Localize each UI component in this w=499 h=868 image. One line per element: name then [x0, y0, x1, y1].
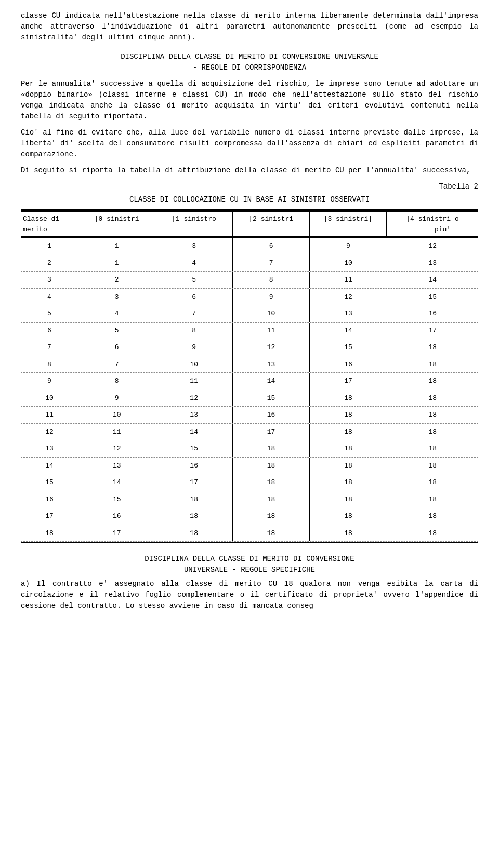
table-cell: 18	[387, 491, 478, 508]
table-row: 131215181818	[21, 440, 478, 458]
table-body: 1136912214710133258111443691215547101316…	[21, 238, 478, 542]
table-cell: 1	[21, 238, 78, 255]
table-cell: 15	[309, 339, 386, 356]
table-cell: 18	[309, 407, 386, 423]
table-cell: 13	[21, 440, 78, 457]
table-cell: 18	[21, 525, 78, 542]
table-cell: 14	[21, 458, 78, 474]
table-cell: 18	[155, 508, 232, 525]
table-cell: 1	[78, 238, 155, 255]
table-cell: 12	[387, 238, 478, 255]
intro-paragraph4: Di seguito si riporta la tabella di attr…	[21, 165, 478, 176]
table-cell: 11	[155, 373, 232, 390]
header-col-1: |1 sinistro	[155, 212, 232, 236]
table-cell: 18	[232, 440, 309, 457]
header-col-4: |4 sinistri o piu'	[386, 212, 478, 236]
table-cell: 16	[232, 407, 309, 423]
table-cell: 18	[309, 508, 386, 525]
table-cell: 13	[309, 305, 386, 322]
table-cell: 18	[309, 390, 386, 407]
table-cell: 9	[78, 390, 155, 407]
table-cell: 4	[21, 289, 78, 305]
header-col-2: |2 sinistri	[232, 212, 309, 236]
table-cell: 13	[78, 458, 155, 474]
table-cell: 9	[232, 289, 309, 305]
table-cell: 18	[309, 491, 386, 508]
table-cell: 11	[21, 407, 78, 423]
table-cell: 12	[78, 440, 155, 457]
table-cell: 17	[21, 508, 78, 525]
table-cell: 4	[155, 255, 232, 272]
table-cell: 8	[78, 373, 155, 390]
table-row: 769121518	[21, 339, 478, 356]
table-row: 10912151818	[21, 390, 478, 407]
table-title: CLASSE DI COLLOCAZIONE CU IN BASE AI SIN…	[21, 194, 478, 205]
table-cell: 4	[78, 305, 155, 322]
table-cell: 18	[387, 339, 478, 356]
table-cell: 18	[387, 525, 478, 542]
table-cell: 10	[232, 305, 309, 322]
table-cell: 17	[309, 373, 386, 390]
table-cell: 16	[387, 305, 478, 322]
table-cell: 12	[21, 424, 78, 440]
table-cell: 18	[387, 390, 478, 407]
table-cell: 9	[309, 238, 386, 255]
table-cell: 13	[232, 356, 309, 373]
table-cell: 18	[155, 491, 232, 508]
table-cell: 15	[387, 289, 478, 305]
table-cell: 15	[21, 474, 78, 491]
table-cell: 2	[78, 272, 155, 288]
table-cell: 18	[232, 458, 309, 474]
table-cell: 14	[155, 424, 232, 440]
table-row: 21471013	[21, 255, 478, 272]
table-cell: 18	[309, 458, 386, 474]
footer-title: DISCIPLINA DELLA CLASSE DI MERITO DI CON…	[21, 554, 478, 576]
table-cell: 14	[232, 373, 309, 390]
table-cell: 18	[387, 356, 478, 373]
table-cell: 16	[155, 458, 232, 474]
intro-paragraph3: Cio' al fine di evitare che, alla luce d…	[21, 127, 478, 160]
table-cell: 14	[387, 272, 478, 288]
table-cell: 8	[21, 356, 78, 373]
table-cell: 18	[387, 373, 478, 390]
table-cell: 6	[78, 339, 155, 356]
table-row: 181718181818	[21, 525, 478, 542]
table-cell: 17	[232, 424, 309, 440]
table-row: 547101316	[21, 305, 478, 323]
intro-paragraph1: classe CU indicata nell'attestazione nel…	[21, 10, 478, 43]
table-cell: 7	[232, 255, 309, 272]
table-cell: 18	[309, 525, 386, 542]
table-cell: 3	[21, 272, 78, 288]
table-cell: 8	[232, 272, 309, 288]
table-cell: 14	[78, 474, 155, 491]
table-cell: 18	[232, 491, 309, 508]
table-cell: 6	[21, 323, 78, 339]
table-row: 8710131618	[21, 356, 478, 373]
table-row: 32581114	[21, 272, 478, 289]
conversion-table: Classe di merito |0 sinistri |1 sinistro…	[21, 209, 478, 543]
header-col-0: |0 sinistri	[78, 212, 155, 236]
header-col-classe: Classe di merito	[21, 212, 78, 236]
table-row: 9811141718	[21, 373, 478, 390]
table-row: 1136912	[21, 238, 478, 255]
table-cell: 3	[78, 289, 155, 305]
header-col-3: |3 sinistri|	[309, 212, 386, 236]
table-cell: 18	[155, 525, 232, 542]
table-cell: 17	[155, 474, 232, 491]
table-cell: 14	[309, 323, 386, 339]
table-cell: 18	[232, 508, 309, 525]
table-cell: 3	[155, 238, 232, 255]
section-title-1: DISCIPLINA DELLA CLASSE DI MERITO DI CON…	[21, 51, 478, 73]
table-cell: 10	[78, 407, 155, 423]
table-row: 111013161818	[21, 407, 478, 424]
table-row: 171618181818	[21, 508, 478, 525]
table-cell: 6	[232, 238, 309, 255]
table-cell: 6	[155, 289, 232, 305]
table-cell: 11	[309, 272, 386, 288]
table-cell: 17	[78, 525, 155, 542]
table-cell: 5	[78, 323, 155, 339]
table-row: 161518181818	[21, 491, 478, 509]
table-cell: 7	[78, 356, 155, 373]
table-label: Tabella 2	[21, 181, 478, 192]
table-cell: 12	[232, 339, 309, 356]
